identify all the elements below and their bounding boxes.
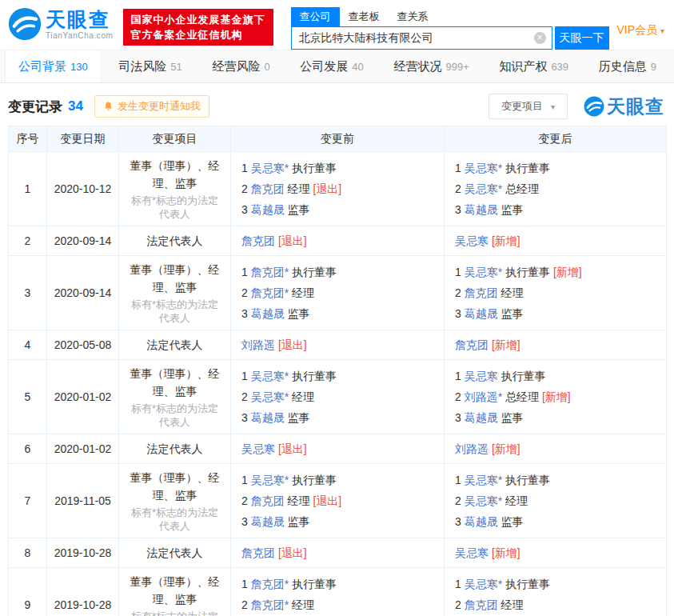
change-text: 2 <box>241 494 251 507</box>
change-line: 2 詹克团 经理 <box>455 594 656 615</box>
change-text: 经理 <box>502 494 528 507</box>
person-link[interactable]: 刘路遥* <box>465 390 502 403</box>
person-link[interactable]: 吴忌寒* <box>465 494 502 507</box>
person-link[interactable]: 葛越晟 <box>251 307 285 320</box>
change-item-label: 董事（理事）、经理、监事 <box>127 157 222 192</box>
row-after: 吴忌寒 [新增] <box>445 538 667 568</box>
search-row: × 天眼一下 <box>291 26 609 50</box>
nav-tab[interactable]: 公司发展40 <box>287 50 376 82</box>
person-link[interactable]: 吴忌寒 <box>465 370 498 382</box>
person-link[interactable]: 吴忌寒 <box>455 546 489 559</box>
person-link[interactable]: 葛越晟 <box>465 307 498 320</box>
nav-tab[interactable]: 知识产权639 <box>486 50 581 82</box>
row-change-item: 董事（理事）、经理、监事标有*标志的为法定代表人 <box>119 360 231 434</box>
person-link[interactable]: 吴忌寒* <box>251 474 289 486</box>
nav-tab-label: 历史信息 <box>599 59 647 74</box>
nav-tab-count: 0 <box>264 61 269 73</box>
person-link[interactable]: 詹克团* <box>251 598 289 611</box>
person-link[interactable]: 吴忌寒* <box>465 578 502 590</box>
change-line: 1 詹克团* 执行董事 <box>241 262 433 282</box>
person-link[interactable]: 吴忌寒 <box>241 442 275 455</box>
change-item-filter-dropdown[interactable]: 变更项目 ▾ <box>489 94 568 119</box>
person-link[interactable]: 詹克团 <box>251 494 285 507</box>
notify-label: 发生变更时通知我 <box>118 99 201 114</box>
vip-menu[interactable]: VIP会员 ▾ <box>617 23 665 38</box>
person-link[interactable]: 吴忌寒* <box>465 162 502 174</box>
person-link[interactable]: 刘路遥 <box>241 338 275 351</box>
change-status-tag: [新增] <box>492 546 520 559</box>
row-before: 詹克团 [退出] <box>231 226 445 256</box>
person-link[interactable]: 葛越晟 <box>465 203 498 216</box>
logo-name: 天眼查 <box>46 8 114 30</box>
person-link[interactable]: 葛越晟 <box>251 515 285 528</box>
vip-label: VIP会员 <box>617 23 658 36</box>
change-record-rows: 12020-10-12董事（理事）、经理、监事标有*标志的为法定代表人1 吴忌寒… <box>9 152 667 616</box>
nav-tab[interactable]: 公司背景130 <box>5 50 102 82</box>
change-line: 刘路遥 [新增] <box>455 438 656 459</box>
person-link[interactable]: 詹克团 <box>241 234 275 247</box>
change-text: 执行董事 <box>289 474 337 486</box>
change-line: 1 吴忌寒* 执行董事 <box>241 366 433 386</box>
clear-input-icon[interactable]: × <box>534 32 546 44</box>
nav-tab[interactable]: 经营状况999+ <box>381 50 481 82</box>
person-link[interactable]: 詹克团 <box>241 546 275 559</box>
row-change-item: 法定代表人 <box>119 538 231 568</box>
person-link[interactable]: 刘路遥 <box>455 442 489 455</box>
change-text: 监事 <box>498 515 524 528</box>
person-link[interactable]: 吴忌寒* <box>251 390 289 403</box>
change-status-tag: [新增] <box>542 390 571 403</box>
section-count: 34 <box>68 98 83 114</box>
person-link[interactable]: 詹克团* <box>251 266 289 278</box>
filter-label: 变更项目 <box>501 99 543 114</box>
person-link[interactable]: 葛越晟 <box>251 411 285 424</box>
nav-tab[interactable]: 经营风险0 <box>199 50 282 82</box>
person-link[interactable]: 詹克团* <box>251 578 289 590</box>
person-link[interactable]: 吴忌寒 <box>455 234 489 247</box>
person-link[interactable]: 葛越晟 <box>465 515 498 528</box>
person-link[interactable]: 葛越晟 <box>465 411 498 424</box>
nav-tab[interactable]: 司法风险51 <box>106 50 194 82</box>
table-row: 12020-10-12董事（理事）、经理、监事标有*标志的为法定代表人1 吴忌寒… <box>9 152 667 226</box>
person-link[interactable]: 葛越晟 <box>251 203 285 216</box>
change-text: 执行董事 <box>289 266 337 278</box>
person-link[interactable]: 吴忌寒* <box>465 266 502 278</box>
change-text: 1 <box>455 474 465 486</box>
change-line: 1 吴忌寒* 执行董事 <box>455 574 656 594</box>
row-change-item: 法定代表人 <box>119 330 231 360</box>
row-date: 2020-01-02 <box>47 434 119 464</box>
search-tab[interactable]: 查关系 <box>389 7 437 26</box>
search-tab[interactable]: 查老板 <box>340 7 389 26</box>
person-link[interactable]: 吴忌寒* <box>465 182 502 195</box>
row-date: 2020-10-12 <box>47 152 119 226</box>
row-index: 3 <box>9 256 47 330</box>
search-button[interactable]: 天眼一下 <box>555 26 609 50</box>
row-before: 1 詹克团* 执行董事2 詹克团* 经理3 葛越晟 监事 <box>231 256 445 330</box>
company-nav-tabs: 公司背景130司法风险51经营风险0公司发展40经营状况999+知识产权639历… <box>0 50 674 83</box>
notify-on-change-button[interactable]: 发生变更时通知我 <box>94 95 209 118</box>
person-link[interactable]: 詹克团 <box>465 286 498 299</box>
row-change-item: 董事（理事）、经理、监事标有*标志的为法定代表人 <box>119 464 231 538</box>
search-tab[interactable]: 查公司 <box>291 7 340 26</box>
person-link[interactable]: 吴忌寒* <box>465 474 502 486</box>
person-link[interactable]: 詹克团 <box>465 598 498 611</box>
change-text: 3 <box>455 307 465 320</box>
col-header-date: 变更日期 <box>47 126 119 152</box>
change-text: 监事 <box>285 411 310 424</box>
change-item-label: 董事（理事）、经理、监事 <box>127 573 222 608</box>
row-after: 1 吴忌寒* 执行董事2 吴忌寒* 总经理3 葛越晟 监事 <box>445 152 667 226</box>
person-link[interactable]: 吴忌寒* <box>251 162 289 174</box>
change-status-tag: [新增] <box>553 266 582 278</box>
chevron-down-icon: ▾ <box>551 102 555 111</box>
person-link[interactable]: 詹克团 <box>455 338 489 351</box>
nav-tab[interactable]: 历史信息9 <box>586 50 669 82</box>
change-line: 吴忌寒 [新增] <box>455 542 656 563</box>
row-change-item: 董事（理事）、经理、监事标有*标志的为法定代表人 <box>119 152 231 226</box>
change-record-header: 变更记录 34 发生变更时通知我 变更项目 ▾ 天眼查 <box>8 94 666 119</box>
person-link[interactable]: 詹克团 <box>251 182 285 195</box>
person-link[interactable]: 詹克团* <box>251 286 289 299</box>
tianyancha-logo[interactable]: 天眼查 TianYanCha.com <box>8 7 114 41</box>
change-line: 1 吴忌寒* 执行董事 <box>241 470 433 490</box>
person-link[interactable]: 吴忌寒* <box>251 370 289 382</box>
logo-domain: TianYanCha.com <box>46 31 114 40</box>
search-input[interactable] <box>291 26 552 50</box>
